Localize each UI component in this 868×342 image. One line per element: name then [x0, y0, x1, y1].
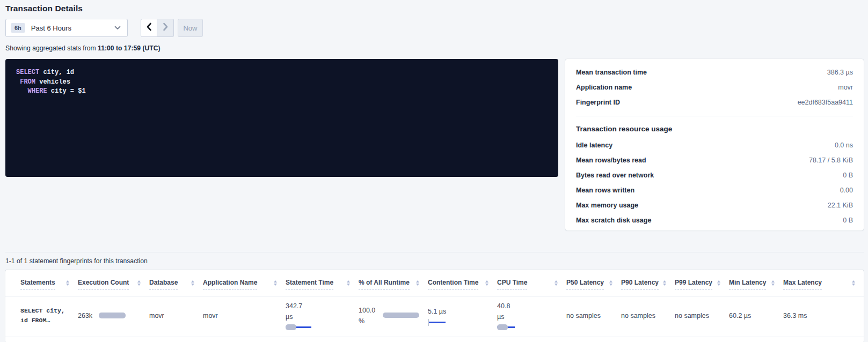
sort-icon[interactable] — [485, 280, 488, 286]
summary-divider — [576, 116, 853, 116]
pct-runtime-cell: 100.0 % — [359, 305, 428, 326]
cpu-time-bar — [497, 324, 515, 330]
statement-link[interactable]: SELECT city, id FROM… — [20, 306, 69, 325]
p99-latency-cell: no samples — [675, 312, 729, 319]
now-button[interactable]: Now — [178, 19, 203, 37]
statements-table: Statements Execution Count Database Appl… — [5, 270, 864, 342]
summary-value: movr — [838, 84, 853, 91]
sort-icon[interactable] — [771, 280, 775, 286]
database-cell: movr — [149, 312, 203, 319]
column-header-p90-latency[interactable]: P90 Latency — [621, 279, 675, 296]
max-latency-cell: 36.3 ms — [783, 312, 864, 319]
sort-icon[interactable] — [66, 280, 69, 286]
sql-line: SELECT city, id — [16, 68, 548, 78]
chevron-left-icon — [146, 23, 152, 33]
min-latency-cell: 60.2 µs — [729, 312, 783, 319]
stats-caption-range: 11:00 to 17:59 (UTC) — [98, 44, 161, 52]
summary-value: 0.0 ns — [835, 142, 853, 149]
column-header-pct-runtime[interactable]: % of All Runtime — [359, 279, 428, 296]
summary-row: Max memory usage 22.1 KiB — [576, 198, 853, 213]
summary-row: Application name movr — [576, 80, 853, 95]
pct-runtime-bar — [383, 313, 419, 318]
execution-count-bar — [99, 313, 126, 318]
sort-icon[interactable] — [347, 280, 350, 286]
summary-value: 0 B — [843, 172, 853, 179]
contention-time-bar — [428, 319, 446, 325]
column-header-cpu-time[interactable]: CPU Time — [497, 279, 566, 296]
summary-row: Mean transaction time 386.3 µs — [576, 65, 853, 80]
page-title: Transaction Details — [5, 4, 864, 13]
p90-latency-cell: no samples — [621, 312, 675, 319]
summary-value: 386.3 µs — [827, 69, 853, 76]
chevron-right-icon — [163, 23, 169, 33]
column-header-min-latency[interactable]: Min Latency — [729, 279, 783, 296]
transaction-summary-card: Mean transaction time 386.3 µs Applicati… — [565, 59, 864, 231]
p50-latency-cell: no samples — [566, 312, 621, 319]
statements-table-header: Statements Execution Count Database Appl… — [5, 270, 864, 296]
sql-keyword: FROM — [20, 78, 35, 86]
sort-icon[interactable] — [852, 280, 855, 286]
summary-value: 22.1 KiB — [828, 202, 853, 209]
application-name-cell: movr — [203, 312, 286, 319]
summary-label: Fingerprint ID — [576, 99, 620, 106]
time-range-label: Past 6 Hours — [31, 24, 71, 32]
column-header-p50-latency[interactable]: P50 Latency — [566, 279, 621, 296]
sql-keyword: WHERE — [28, 87, 47, 95]
resource-usage-heading: Transaction resource usage — [576, 121, 853, 138]
summary-label: Application name — [576, 84, 632, 91]
sql-line: FROM vehicles — [16, 78, 548, 87]
summary-label: Max memory usage — [576, 202, 638, 209]
sql-keyword: SELECT — [16, 69, 39, 76]
summary-label: Mean rows written — [576, 187, 634, 194]
column-header-application-name[interactable]: Application Name — [203, 279, 286, 296]
summary-value: ee2df683f5aa9411 — [798, 99, 853, 106]
table-row: SELECT city, id FROM… 263k movr movr 342… — [5, 296, 864, 337]
sort-icon[interactable] — [663, 280, 666, 286]
sort-icon[interactable] — [137, 280, 141, 286]
contention-time-cell: 5.1 µs — [428, 306, 497, 325]
sort-icon[interactable] — [717, 280, 720, 286]
column-header-p99-latency[interactable]: P99 Latency — [675, 279, 729, 296]
column-header-max-latency[interactable]: Max Latency — [783, 279, 864, 296]
summary-label: Max scratch disk usage — [576, 217, 651, 224]
time-step-buttons — [141, 19, 174, 37]
summary-value: 78.17 / 5.8 KiB — [809, 157, 853, 164]
execution-count-cell: 263k — [78, 312, 149, 319]
summary-row: Mean rows/bytes read 78.17 / 5.8 KiB — [576, 153, 853, 168]
column-header-database[interactable]: Database — [149, 279, 203, 296]
summary-value: 0.00 — [840, 187, 853, 194]
summary-row: Max scratch disk usage 0 B — [576, 213, 853, 228]
section-divider — [5, 252, 864, 252]
statement-time-cell: 342.7 µs — [286, 301, 359, 330]
time-range-dropdown[interactable]: 6h Past 6 Hours — [5, 19, 128, 37]
summary-value: 0 B — [843, 217, 853, 224]
summary-label: Idle latency — [576, 142, 612, 149]
sort-icon[interactable] — [609, 280, 612, 286]
stats-caption-prefix: Showing aggregated stats from — [5, 44, 98, 52]
summary-row: Bytes read over network 0 B — [576, 168, 853, 183]
summary-label: Mean transaction time — [576, 69, 647, 76]
sort-icon[interactable] — [274, 280, 277, 286]
summary-label: Bytes read over network — [576, 172, 654, 179]
sql-statement-box: SELECT city, id FROM vehicles WHERE city… — [5, 59, 558, 177]
prev-time-button[interactable] — [141, 19, 157, 37]
summary-row: Idle latency 0.0 ns — [576, 138, 853, 153]
column-header-execution-count[interactable]: Execution Count — [78, 279, 149, 296]
aggregated-stats-caption: Showing aggregated stats from 11:00 to 1… — [5, 44, 864, 52]
cpu-time-cell: 40.8 µs — [497, 301, 566, 330]
statements-count-caption: 1-1 of 1 statement fingerprints for this… — [5, 257, 864, 265]
summary-label: Mean rows/bytes read — [576, 157, 646, 164]
column-header-statement-time[interactable]: Statement Time — [286, 279, 359, 296]
chevron-down-icon — [114, 26, 121, 30]
sort-icon[interactable] — [555, 280, 558, 286]
column-header-contention-time[interactable]: Contention Time — [428, 279, 497, 296]
next-time-button[interactable] — [157, 19, 174, 37]
time-range-badge: 6h — [11, 23, 25, 33]
summary-row: Fingerprint ID ee2df683f5aa9411 — [576, 95, 853, 110]
sql-line: WHERE city = $1 — [16, 87, 548, 96]
sort-icon[interactable] — [191, 280, 194, 286]
transaction-details-page: Transaction Details 6h Past 6 Hours Now — [0, 4, 864, 342]
time-controls: 6h Past 6 Hours Now — [5, 19, 864, 37]
column-header-statements[interactable]: Statements — [20, 279, 78, 296]
sort-icon[interactable] — [416, 280, 419, 286]
